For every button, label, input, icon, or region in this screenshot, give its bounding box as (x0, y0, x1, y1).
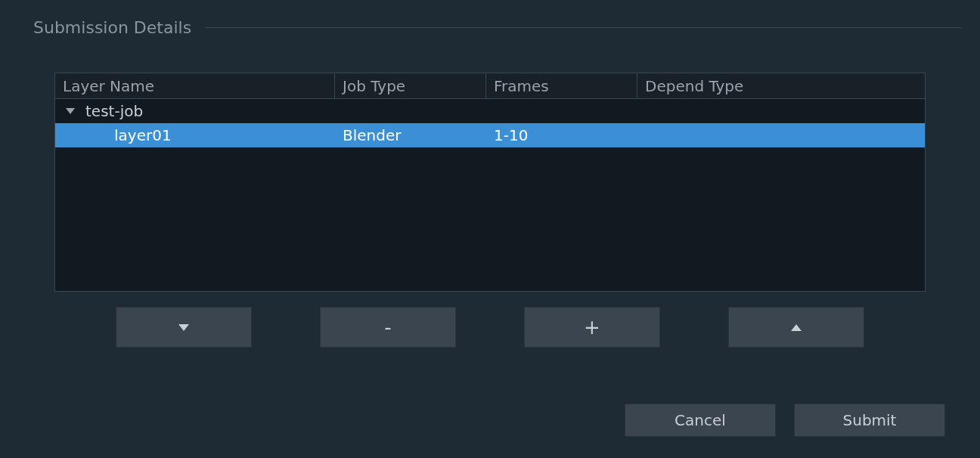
layer-table: Layer Name Job Type Frames Depend Type t… (54, 73, 926, 292)
column-header-job-type[interactable]: Job Type (335, 73, 486, 98)
cell-depend (637, 99, 925, 123)
triangle-up-icon (791, 324, 802, 331)
cell-layer-name[interactable]: test-job (55, 99, 335, 123)
layer-table-container: Layer Name Job Type Frames Depend Type t… (54, 73, 926, 292)
layer-toolbar: - + (54, 307, 926, 348)
cell-depend (637, 123, 925, 147)
row-name: layer01 (114, 126, 172, 144)
column-header-frames[interactable]: Frames (486, 73, 637, 98)
section-title: Submission Details (27, 18, 197, 37)
cell-frames (486, 99, 637, 123)
table-body: test-job layer01 Blender 1-10 (55, 99, 925, 291)
cell-job-type (335, 99, 486, 123)
plus-icon: + (584, 316, 600, 339)
table-row[interactable]: layer01 Blender 1-10 (55, 123, 925, 147)
row-name: test-job (85, 102, 143, 120)
minus-icon: - (384, 316, 391, 339)
cell-job-type: Blender (335, 123, 486, 147)
remove-button[interactable]: - (320, 307, 456, 348)
cancel-button[interactable]: Cancel (625, 404, 776, 437)
move-down-button[interactable] (116, 307, 252, 348)
table-header-row: Layer Name Job Type Frames Depend Type (55, 73, 925, 99)
submission-details-section: Submission Details Layer Name Job Type F… (18, 15, 962, 348)
dialog-button-row: Cancel Submit (625, 404, 945, 437)
column-header-layer-name[interactable]: Layer Name (55, 73, 335, 98)
move-up-button[interactable] (728, 307, 864, 348)
submit-button[interactable]: Submit (794, 404, 945, 437)
section-header: Submission Details (18, 15, 962, 39)
section-divider (205, 27, 962, 28)
table-row[interactable]: test-job (55, 99, 925, 123)
triangle-down-icon (178, 324, 189, 331)
cell-frames: 1-10 (486, 123, 637, 147)
column-header-depend[interactable]: Depend Type (637, 73, 925, 98)
cell-layer-name[interactable]: layer01 (55, 123, 335, 147)
add-button[interactable]: + (524, 307, 660, 348)
expand-collapse-icon[interactable] (66, 108, 75, 114)
